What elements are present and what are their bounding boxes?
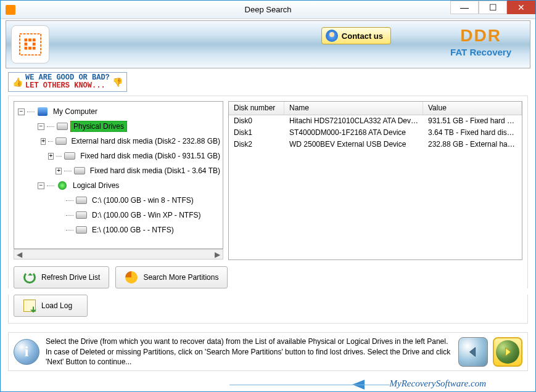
svg-rect-6: [25, 47, 28, 50]
table-row[interactable]: Disk1 ST4000DM000-1F2168 ATA Device 3.64…: [229, 127, 522, 139]
main-content: − My Computer − Physical Drives: [8, 96, 528, 288]
expand-icon[interactable]: +: [41, 138, 46, 145]
svg-rect-7: [28, 47, 31, 50]
svg-rect-8: [33, 47, 36, 50]
drive-icon: [56, 137, 67, 145]
load-log-button[interactable]: Load Log: [14, 295, 88, 317]
titlebar: Deep Search — ☐ ✕: [1, 1, 535, 19]
next-button[interactable]: [493, 337, 522, 367]
tree-root-label: My Computer: [51, 107, 100, 116]
action-buttons: Refresh Drive List Search More Partition…: [14, 266, 522, 288]
expand-icon[interactable]: +: [48, 153, 54, 160]
app-icon: [6, 5, 15, 15]
drive-icon: [57, 123, 68, 130]
drive-icon: [76, 197, 87, 204]
brand-subtitle: FAT Recovery: [450, 47, 511, 57]
table-row[interactable]: Disk0 Hitachi HDS721010CLA332 ATA Device…: [229, 115, 522, 127]
disk-table: Disk number Name Value Disk0 Hitachi HDS…: [228, 101, 522, 260]
tree-item-label: External hard disk media (Disk2 - 232.88…: [69, 136, 223, 146]
brand: DDR FAT Recovery: [450, 26, 511, 57]
search-more-partitions-button[interactable]: Search More Partitions: [115, 266, 228, 288]
thumbs-down-icon: 👍: [112, 77, 123, 88]
app-window: Deep Search — ☐ ✕ Contact us DDR FAT Rec…: [0, 0, 536, 392]
back-button[interactable]: [458, 337, 488, 367]
refresh-drive-list-button[interactable]: Refresh Drive List: [14, 266, 109, 288]
contact-us-button[interactable]: Contact us: [321, 27, 391, 44]
horizontal-scrollbar[interactable]: ◀ ▶: [14, 249, 223, 259]
cell-value: 931.51 GB - Fixed hard disk media: [423, 115, 522, 127]
tree-physical-label: Physical Drives: [70, 121, 127, 132]
promo-line2: LET OTHERS KNOW...: [25, 81, 105, 90]
close-button[interactable]: ✕: [507, 1, 535, 14]
tree-physical-drives[interactable]: − Physical Drives: [14, 119, 223, 134]
tree-physical-item[interactable]: + Fixed hard disk media (Disk1 - 3.64 TB…: [14, 163, 223, 178]
cell-disk: Disk1: [229, 127, 284, 139]
drive-tree[interactable]: − My Computer − Physical Drives: [14, 101, 223, 249]
drive-icon: [64, 152, 75, 160]
promo-banner[interactable]: 👍 WE ARE GOOD OR BAD? LET OTHERS KNOW...…: [8, 72, 127, 92]
tree-logical-drives[interactable]: − Logical Drives: [14, 178, 223, 193]
panels: − My Computer − Physical Drives: [14, 101, 522, 260]
tree-item-label: D:\ (100.00 GB - Win XP - NTFS): [89, 210, 203, 220]
nav-buttons: [458, 337, 522, 367]
tree-root[interactable]: − My Computer: [14, 104, 223, 119]
drive-icon: [74, 167, 85, 174]
col-name-header[interactable]: Name: [284, 102, 423, 115]
maximize-button[interactable]: ☐: [479, 1, 507, 14]
refresh-label: Refresh Drive List: [41, 273, 100, 282]
cell-disk: Disk0: [229, 115, 284, 127]
refresh-icon: [23, 271, 36, 284]
cell-value: 3.64 TB - Fixed hard disk media: [423, 127, 522, 139]
svg-rect-0: [20, 34, 41, 55]
svg-rect-1: [25, 39, 28, 42]
cell-value: 232.88 GB - External hard disk ...: [423, 139, 522, 150]
cell-name: WD 2500BEV External USB Device: [284, 139, 423, 150]
table-header: Disk number Name Value: [229, 102, 522, 115]
svg-rect-3: [33, 39, 36, 42]
tree-item-label: C:\ (100.00 GB - win 8 - NTFS): [89, 195, 196, 205]
back-arrow-icon: [466, 345, 480, 359]
log-file-icon: [23, 300, 36, 312]
promo-line1: WE ARE GOOD OR BAD?: [25, 73, 110, 82]
footer-help-text: Select the Drive (from which you want to…: [46, 337, 452, 367]
search-more-label: Search More Partitions: [143, 273, 218, 282]
svg-rect-5: [33, 43, 36, 46]
next-arrow-icon: [501, 346, 514, 358]
collapse-icon[interactable]: −: [38, 123, 44, 130]
avatar-icon: [326, 30, 338, 42]
col-value-header[interactable]: Value: [423, 102, 522, 115]
scroll-right-icon[interactable]: ▶: [212, 250, 223, 259]
tree-logical-item[interactable]: C:\ (100.00 GB - win 8 - NTFS): [14, 193, 223, 208]
collapse-icon[interactable]: −: [18, 108, 25, 115]
minimize-button[interactable]: —: [450, 1, 479, 14]
collapse-icon[interactable]: −: [38, 182, 44, 189]
cell-disk: Disk2: [229, 139, 284, 150]
load-log-label: Load Log: [41, 301, 72, 310]
window-title: Deep Search: [245, 5, 292, 14]
tree-logical-item[interactable]: E:\ (100.00 GB - - NTFS): [14, 223, 223, 237]
tree-physical-item[interactable]: + External hard disk media (Disk2 - 232.…: [14, 134, 223, 149]
footer: i Select the Drive (from which you want …: [8, 332, 528, 371]
globe-icon: [58, 181, 67, 190]
brand-title: DDR: [450, 26, 511, 46]
computer-icon: [38, 107, 47, 116]
drive-icon: [76, 211, 87, 219]
drive-icon: [76, 226, 87, 234]
svg-rect-2: [28, 39, 31, 42]
tree-item-label: Fixed hard disk media (Disk1 - 3.64 TB): [88, 166, 223, 176]
tree-container: − My Computer − Physical Drives: [14, 101, 223, 260]
website-link[interactable]: MyRecoverySoftware.com: [390, 378, 486, 389]
col-disk-header[interactable]: Disk number: [229, 102, 284, 115]
tree-logical-label: Logical Drives: [70, 181, 122, 190]
load-log-row: Load Log: [8, 295, 528, 324]
app-logo: [11, 25, 49, 63]
expand-icon[interactable]: +: [56, 168, 62, 174]
tree-item-label: Fixed hard disk media (Disk0 - 931.51 GB…: [78, 151, 223, 161]
tree-logical-item[interactable]: D:\ (100.00 GB - Win XP - NTFS): [14, 208, 223, 223]
svg-rect-4: [25, 43, 28, 46]
tree-physical-item[interactable]: + Fixed hard disk media (Disk0 - 931.51 …: [14, 149, 223, 163]
scroll-left-icon[interactable]: ◀: [14, 250, 25, 259]
promo-bar: 👍 WE ARE GOOD OR BAD? LET OTHERS KNOW...…: [8, 72, 528, 92]
table-row[interactable]: Disk2 WD 2500BEV External USB Device 232…: [229, 139, 522, 150]
contact-us-label: Contact us: [342, 31, 383, 41]
